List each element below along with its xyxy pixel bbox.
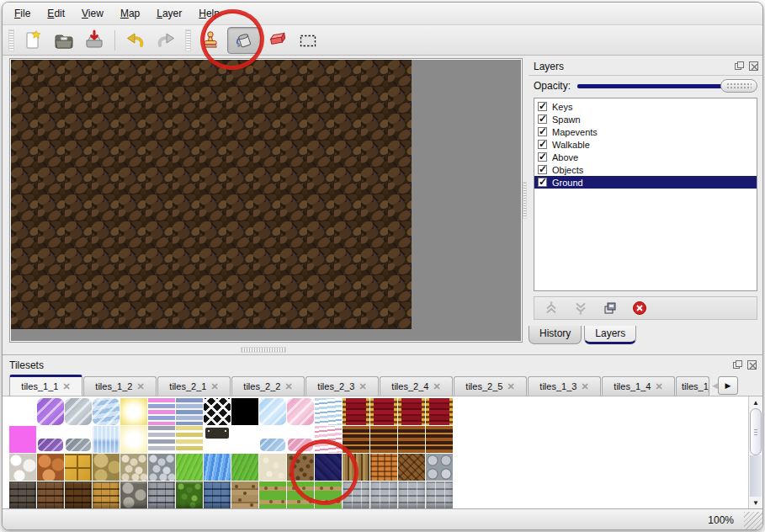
tile-path-dirt[interactable] — [231, 481, 258, 508]
scroll-down-arrow[interactable]: ▼ — [749, 497, 762, 508]
menu-layer[interactable]: Layer — [148, 5, 190, 22]
tile-glass-purple-half[interactable] — [37, 426, 64, 453]
layer-row-ground[interactable]: Ground — [534, 176, 757, 189]
vertical-splitter[interactable] — [523, 56, 529, 345]
tab-close-icon[interactable]: ✕ — [507, 381, 514, 392]
horizontal-splitter[interactable] — [3, 345, 524, 354]
tile-brick-basket[interactable] — [370, 454, 397, 481]
tileset-tab-tiles_2_1[interactable]: tiles_2_1✕ — [157, 376, 231, 396]
layer-row-objects[interactable]: Objects — [534, 163, 757, 176]
layer-visibility-checkbox[interactable] — [538, 178, 547, 187]
tab-close-icon[interactable]: ✕ — [359, 381, 366, 392]
map-canvas[interactable] — [11, 60, 412, 329]
tileset-tab-tiles_2_2[interactable]: tiles_2_2✕ — [231, 376, 305, 396]
tile-tile-gold[interactable] — [65, 454, 92, 481]
menu-map[interactable]: Map — [112, 5, 148, 22]
tile-glass-silver-half[interactable] — [65, 426, 92, 453]
layer-row-spawn[interactable]: Spawn — [534, 113, 757, 125]
tileset-tab-tiles_1_4[interactable]: tiles_1_4✕ — [602, 376, 675, 396]
tab-history[interactable]: History — [529, 326, 582, 344]
tile-glass-blue[interactable] — [93, 398, 120, 425]
menu-view[interactable]: View — [73, 5, 112, 22]
redo-button[interactable] — [152, 28, 179, 53]
float-window-icon[interactable] — [734, 61, 745, 72]
layer-row-keys[interactable]: Keys — [534, 100, 757, 113]
layer-visibility-checkbox[interactable] — [538, 102, 547, 111]
tile-stone-white[interactable] — [9, 454, 36, 481]
tile-glass-silver[interactable] — [65, 398, 92, 425]
map-viewport[interactable] — [9, 58, 523, 343]
tile-path-grass[interactable] — [287, 481, 314, 508]
new-map-button[interactable] — [20, 28, 47, 53]
rect-select-tool-button[interactable] — [295, 28, 321, 53]
open-map-button[interactable] — [50, 28, 77, 53]
close-icon[interactable] — [748, 61, 759, 72]
layer-row-above[interactable]: Above — [534, 151, 757, 163]
tab-close-icon[interactable]: ✕ — [655, 381, 662, 392]
tile-water-tex[interactable] — [204, 454, 231, 481]
tileset-tab-tiles_1_1[interactable]: tiles_1_1✕ — [9, 375, 82, 396]
tile-black[interactable] — [231, 398, 258, 425]
tile-glass-pink[interactable] — [287, 398, 314, 425]
tile-carpet-red[interactable] — [426, 398, 453, 425]
window-resize-grip[interactable] — [744, 512, 762, 530]
tab-scroll-right-button[interactable]: ▶ — [718, 376, 738, 395]
save-map-button[interactable] — [81, 28, 108, 53]
layer-visibility-checkbox[interactable] — [538, 114, 547, 124]
fill-tool-button[interactable] — [227, 27, 261, 54]
layer-visibility-checkbox[interactable] — [538, 165, 547, 174]
tileset-tab-tiles_1_3[interactable]: tiles_1_3✕ — [528, 376, 601, 396]
opacity-slider[interactable] — [577, 79, 757, 93]
layer-visibility-checkbox[interactable] — [538, 152, 547, 162]
tile-wall-gray2[interactable] — [370, 481, 397, 508]
tab-close-icon[interactable]: ✕ — [433, 381, 440, 392]
tile-pebbles-beige[interactable] — [120, 454, 147, 481]
splitter-grip[interactable] — [241, 347, 286, 353]
scrollbar-track[interactable] — [750, 455, 762, 497]
tileset-tab-tiles_1_[interactable]: tiles_1_ — [676, 376, 709, 396]
tile-dirt-dots[interactable] — [287, 454, 314, 481]
tile-glow-yellow[interactable] — [120, 398, 147, 425]
tile-stripes-yellow[interactable] — [176, 426, 203, 453]
layer-visibility-checkbox[interactable] — [538, 140, 547, 149]
toolbar-drag-handle-2[interactable] — [185, 29, 191, 51]
palette-scrollbar[interactable]: ▲ ▼ — [748, 396, 762, 508]
layer-row-walkable[interactable]: Walkable — [534, 138, 757, 151]
delete-layer-button[interactable] — [631, 300, 648, 317]
tile-carpet-red[interactable] — [370, 398, 397, 425]
stamp-tool-button[interactable] — [197, 28, 224, 53]
layer-visibility-checkbox[interactable] — [538, 127, 547, 136]
tile-wood-planks[interactable] — [343, 454, 369, 481]
duplicate-layer-button[interactable] — [602, 300, 619, 317]
tile-wall-gold[interactable] — [93, 481, 120, 508]
tile-glass-pink-half[interactable] — [287, 426, 314, 453]
tile-sand-pale[interactable] — [259, 454, 286, 481]
scroll-up-arrow[interactable]: ▲ — [749, 396, 762, 408]
tile-wood-herringbone[interactable] — [398, 454, 425, 481]
tileset-tab-tiles_1_2[interactable]: tiles_1_2✕ — [83, 376, 157, 396]
tab-close-icon[interactable]: ✕ — [136, 381, 144, 392]
tile-empty[interactable] — [231, 426, 258, 453]
tile-stripes-pink[interactable] — [148, 398, 175, 425]
tile-grass-green[interactable] — [231, 454, 258, 481]
menu-edit[interactable]: Edit — [39, 5, 73, 22]
tileset-tab-tiles_2_4[interactable]: tiles_2_4✕ — [380, 376, 453, 396]
tile-magenta[interactable] — [9, 426, 36, 453]
tile-path-grass[interactable] — [259, 481, 286, 508]
toolbar-drag-handle[interactable] — [8, 29, 14, 51]
tile-waves-pink[interactable] — [315, 426, 342, 453]
tile-wall-brown[interactable] — [37, 481, 64, 508]
tile-wall-blue[interactable] — [204, 481, 231, 508]
tab-close-icon[interactable]: ✕ — [581, 381, 588, 392]
opacity-slider-thumb[interactable] — [720, 79, 757, 93]
move-layer-down-button[interactable] — [572, 300, 589, 317]
tile-carpet-brown[interactable] — [343, 426, 369, 453]
tile-wall-gray2[interactable] — [343, 481, 369, 508]
tile-wall-darkbrown[interactable] — [65, 481, 92, 508]
move-layer-up-button[interactable] — [543, 300, 560, 317]
tile-waves-blue[interactable] — [315, 398, 342, 425]
tile-stone-tan[interactable] — [93, 454, 120, 481]
tile-glass-purple[interactable] — [37, 398, 64, 425]
tile-carpet-red[interactable] — [343, 398, 369, 425]
tile-glass-sky[interactable] — [259, 398, 286, 425]
